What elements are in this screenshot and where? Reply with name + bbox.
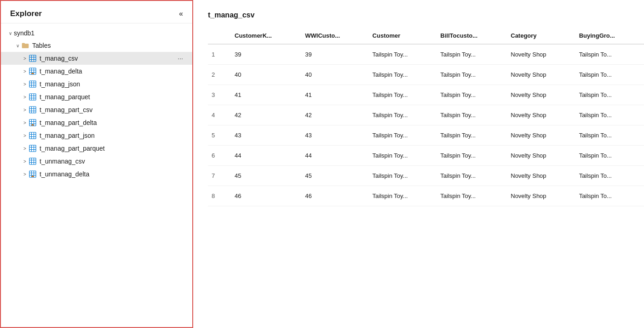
explorer-header: Explorer « xyxy=(1,1,192,23)
tree-icon-table xyxy=(29,131,37,140)
tree-chevron: > xyxy=(21,68,29,75)
main-content: t_manag_csv CustomerK...WWICusto...Custo… xyxy=(193,0,644,328)
cell-customer_key: 40 xyxy=(231,65,301,85)
tree-item-t_unmanag_csv[interactable]: > t_unmanag_csv xyxy=(1,155,192,168)
cell-buying_group: Tailspin To... xyxy=(575,85,644,105)
cell-row_num: 7 xyxy=(208,166,231,186)
cell-bill_to_customer: Tailspin Toy... xyxy=(437,166,507,186)
cell-row_num: 8 xyxy=(208,186,231,206)
col-header-row_num xyxy=(208,28,231,44)
cell-customer: Tailspin Toy... xyxy=(369,65,437,85)
cell-bill_to_customer: Tailspin Toy... xyxy=(437,65,507,85)
cell-customer: Tailspin Toy... xyxy=(369,146,437,166)
collapse-icon[interactable]: « xyxy=(179,10,183,18)
svg-rect-21 xyxy=(29,107,36,113)
cell-category: Novelty Shop xyxy=(507,65,575,85)
col-header-wwi_customer: WWICusto... xyxy=(301,28,368,44)
data-table: CustomerK...WWICusto...CustomerBillTocus… xyxy=(208,28,644,206)
cell-row_num: 5 xyxy=(208,125,231,146)
tree-item-t_manag_part_json[interactable]: > t_manag_part_json xyxy=(1,129,192,142)
tree-label: t_manag_parquet xyxy=(40,93,187,101)
cell-row_num: 2 xyxy=(208,65,231,85)
table-row: 84646Tailspin Toy...Tailspin Toy...Novel… xyxy=(208,186,644,206)
tree-item-t_manag_json[interactable]: > t_manag_json xyxy=(1,78,192,90)
cell-category: Novelty Shop xyxy=(507,125,575,146)
tree-icon-table xyxy=(29,93,37,101)
cell-buying_group: Tailspin To... xyxy=(575,44,644,65)
cell-row_num: 6 xyxy=(208,146,231,166)
cell-buying_group: Tailspin To... xyxy=(575,186,644,206)
cell-row_num: 1 xyxy=(208,44,231,65)
tree-item-tables[interactable]: ∨ Tables xyxy=(1,39,192,52)
cell-wwi_customer: 42 xyxy=(301,105,368,125)
tree-more-button[interactable]: ··· xyxy=(178,55,187,62)
tree-icon-table-delta xyxy=(29,170,37,178)
cell-category: Novelty Shop xyxy=(507,186,575,206)
svg-rect-0 xyxy=(29,55,36,62)
table-row: 13939Tailspin Toy...Tailspin Toy...Novel… xyxy=(208,44,644,65)
cell-buying_group: Tailspin To... xyxy=(575,65,644,85)
cell-wwi_customer: 40 xyxy=(301,65,368,85)
tree-item-t_manag_part_delta[interactable]: > t_manag_part_delta xyxy=(1,116,192,129)
svg-rect-37 xyxy=(29,145,36,152)
cell-bill_to_customer: Tailspin Toy... xyxy=(437,125,507,146)
col-header-buying_group: BuyingGro... xyxy=(575,28,644,44)
cell-bill_to_customer: Tailspin Toy... xyxy=(437,146,507,166)
tree-icon-folder xyxy=(21,41,29,50)
tree-item-t_manag_delta[interactable]: > t_manag_delta xyxy=(1,65,192,78)
tree-label: t_manag_delta xyxy=(40,68,187,75)
svg-rect-32 xyxy=(29,132,36,139)
tree-item-syndb1[interactable]: ∨syndb1 xyxy=(1,27,192,39)
cell-wwi_customer: 45 xyxy=(301,166,368,186)
tree-item-t_manag_part_parquet[interactable]: > t_manag_part_parquet xyxy=(1,142,192,155)
tree-chevron: > xyxy=(21,132,29,139)
cell-category: Novelty Shop xyxy=(507,85,575,105)
tree-icon-table xyxy=(29,157,37,165)
table-row: 24040Tailspin Toy...Tailspin Toy...Novel… xyxy=(208,65,644,85)
explorer-panel: Explorer « ∨syndb1∨ Tables> t_manag_csv·… xyxy=(0,0,193,328)
tree-item-t_unmanag_delta[interactable]: > t_unmanag_delta xyxy=(1,168,192,181)
table-row: 64444Tailspin Toy...Tailspin Toy...Novel… xyxy=(208,146,644,166)
cell-bill_to_customer: Tailspin Toy... xyxy=(437,44,507,65)
tree-item-t_manag_parquet[interactable]: > t_manag_parquet xyxy=(1,90,192,103)
tree-item-t_manag_part_csv[interactable]: > t_manag_part_csv xyxy=(1,103,192,116)
tree-label: t_manag_part_json xyxy=(40,132,187,139)
tree-icon-table xyxy=(29,54,37,62)
cell-buying_group: Tailspin To... xyxy=(575,146,644,166)
tree-label: t_manag_json xyxy=(40,80,187,88)
tree-item-t_manag_csv[interactable]: > t_manag_csv··· xyxy=(1,52,192,65)
cell-buying_group: Tailspin To... xyxy=(575,166,644,186)
col-header-bill_to_customer: BillTocusto... xyxy=(437,28,507,44)
data-table-wrapper[interactable]: CustomerK...WWICusto...CustomerBillTocus… xyxy=(208,28,644,328)
col-header-category: Category xyxy=(507,28,575,44)
tree-label: t_manag_csv xyxy=(40,55,174,62)
cell-customer_key: 39 xyxy=(231,44,301,65)
tree-chevron: > xyxy=(21,93,29,101)
tree-chevron: > xyxy=(21,145,29,152)
col-header-customer_key: CustomerK... xyxy=(231,28,301,44)
table-row: 74545Tailspin Toy...Tailspin Toy...Novel… xyxy=(208,166,644,186)
cell-customer_key: 41 xyxy=(231,85,301,105)
cell-customer_key: 43 xyxy=(231,125,301,146)
content-title: t_manag_csv xyxy=(208,11,644,19)
cell-buying_group: Tailspin To... xyxy=(575,105,644,125)
cell-customer: Tailspin Toy... xyxy=(369,44,437,65)
tree-chevron: ∨ xyxy=(14,42,21,49)
tree-label: t_manag_part_csv xyxy=(40,106,187,113)
tree-chevron: ∨ xyxy=(6,29,14,37)
svg-rect-42 xyxy=(29,158,36,164)
cell-customer_key: 46 xyxy=(231,186,301,206)
tree-icon-table-delta xyxy=(29,67,37,75)
tree-chevron: > xyxy=(21,119,29,126)
tree-chevron: > xyxy=(21,170,29,178)
tree-icon-table xyxy=(29,144,37,153)
cell-wwi_customer: 39 xyxy=(301,44,368,65)
cell-customer: Tailspin Toy... xyxy=(369,186,437,206)
col-header-customer: Customer xyxy=(369,28,437,44)
tree-label: t_manag_part_parquet xyxy=(40,145,187,152)
tree-icon-table xyxy=(29,80,37,88)
table-body: 13939Tailspin Toy...Tailspin Toy...Novel… xyxy=(208,44,644,206)
cell-wwi_customer: 41 xyxy=(301,85,368,105)
cell-bill_to_customer: Tailspin Toy... xyxy=(437,105,507,125)
tree-chevron: > xyxy=(21,80,29,88)
